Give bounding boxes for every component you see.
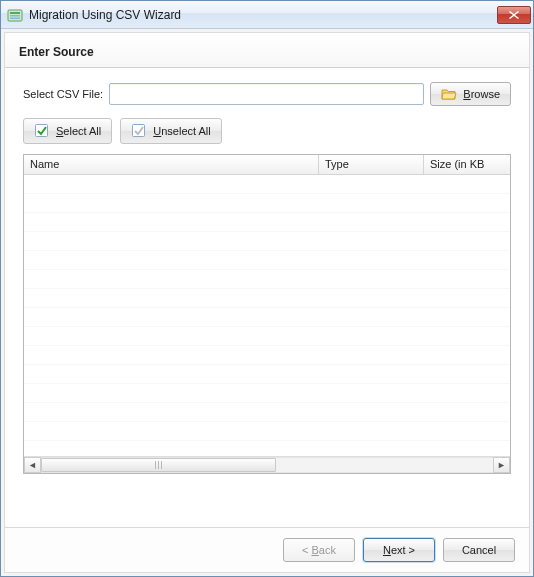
csv-file-input[interactable] <box>109 83 424 105</box>
svg-rect-2 <box>10 15 20 17</box>
svg-rect-3 <box>10 17 20 19</box>
back-button: < Back <box>283 538 355 562</box>
folder-open-icon <box>441 86 457 102</box>
column-header-size[interactable]: Size (in KB <box>424 155 510 174</box>
scroll-track[interactable] <box>41 457 493 473</box>
app-icon <box>7 7 23 23</box>
close-button[interactable] <box>497 6 531 24</box>
select-all-button[interactable]: Select All <box>23 118 112 144</box>
form-area: Select CSV File: Browse <box>5 68 529 482</box>
file-select-row: Select CSV File: Browse <box>23 82 511 106</box>
table-header: Name Type Size (in KB <box>24 155 510 175</box>
unselect-all-button[interactable]: Unselect All <box>120 118 221 144</box>
wizard-footer: < Back Next > Cancel <box>5 527 529 572</box>
checkbox-unchecked-icon <box>131 123 147 139</box>
step-title: Enter Source <box>19 45 515 59</box>
column-header-type[interactable]: Type <box>319 155 424 174</box>
checkbox-checked-icon <box>34 123 50 139</box>
titlebar: Migration Using CSV Wizard <box>1 1 533 29</box>
browse-button[interactable]: Browse <box>430 82 511 106</box>
next-button-label: Next > <box>383 544 415 556</box>
select-all-label: Select All <box>56 125 101 137</box>
close-icon <box>509 11 519 19</box>
next-button[interactable]: Next > <box>363 538 435 562</box>
unselect-all-label: Unselect All <box>153 125 210 137</box>
table-body <box>24 175 510 456</box>
scroll-thumb[interactable] <box>41 458 276 472</box>
svg-rect-1 <box>10 12 20 14</box>
scroll-left-arrow[interactable]: ◄ <box>24 457 41 473</box>
wizard-window: Migration Using CSV Wizard Enter Source … <box>0 0 534 577</box>
file-select-label: Select CSV File: <box>23 88 103 100</box>
column-header-name[interactable]: Name <box>24 155 319 174</box>
cancel-button-label: Cancel <box>462 544 496 556</box>
browse-button-label: Browse <box>463 88 500 100</box>
selection-buttons: Select All Unselect All <box>23 118 511 144</box>
content-area: Enter Source Select CSV File: Browse <box>4 32 530 573</box>
window-title: Migration Using CSV Wizard <box>29 8 497 22</box>
wizard-header: Enter Source <box>5 33 529 68</box>
scroll-right-arrow[interactable]: ► <box>493 457 510 473</box>
file-table: Name Type Size (in KB ◄ ► <box>23 154 511 474</box>
horizontal-scrollbar[interactable]: ◄ ► <box>24 456 510 473</box>
cancel-button[interactable]: Cancel <box>443 538 515 562</box>
back-button-label: < Back <box>302 544 336 556</box>
